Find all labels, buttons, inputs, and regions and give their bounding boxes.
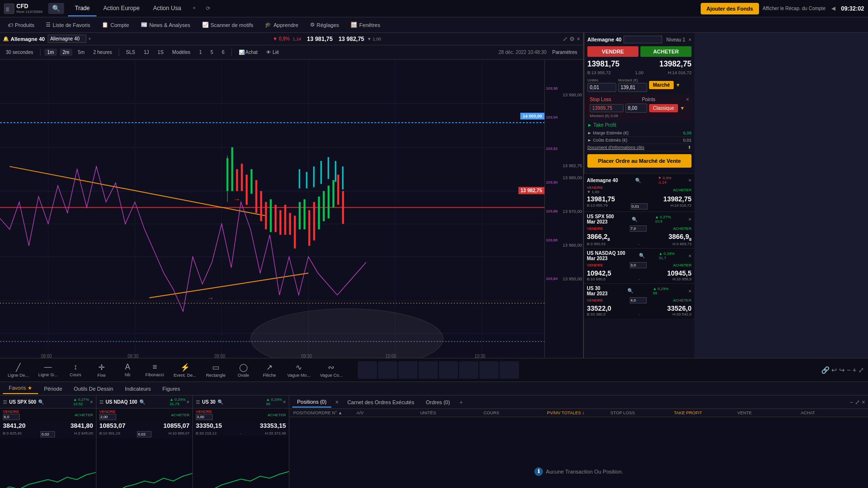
nav-tab-action-usa[interactable]: Action Usa — [147, 1, 188, 16]
unites-input[interactable] — [587, 83, 616, 92]
tool-vague-mo[interactable]: ∿ Vague Mo... — [284, 361, 314, 380]
tool-ligne-si[interactable]: — Ligne Si... — [35, 361, 62, 379]
toolbar-tf-2m[interactable]: 2m — [60, 49, 72, 56]
mini-qty-ndaq[interactable] — [99, 414, 116, 420]
mini-search-us30[interactable]: 🔍 — [217, 399, 223, 405]
pos-col-position[interactable]: POSITION/ORDRE N° ▲ — [293, 410, 357, 415]
mini-search-ndaq[interactable]: 🔍 — [139, 399, 145, 405]
montant-input[interactable] — [618, 83, 647, 92]
menu-favoris[interactable]: ☰ Liste de Favoris — [41, 20, 95, 30]
bottom-tab-periode[interactable]: Période — [38, 384, 68, 394]
wl-close-0[interactable]: × — [689, 177, 692, 183]
tool-fleche[interactable]: ↗ Flèche — [258, 361, 282, 380]
classique-dropdown[interactable]: ▼ — [680, 106, 685, 111]
undo-icon[interactable]: ↩ — [831, 366, 837, 374]
toolbar-achat[interactable]: 📊 Achat — [236, 49, 261, 56]
tool-extra-6[interactable] — [459, 361, 478, 379]
bottom-tab-indicateurs[interactable]: Indicateurs — [119, 384, 157, 394]
watchlist-item-1[interactable]: US SPX 500Mar 2023 🔍 ▲ 0,27%10,5 × VENDR… — [584, 211, 694, 248]
tool-extra-2[interactable] — [378, 361, 397, 379]
tool-extra-1[interactable] — [358, 361, 377, 379]
toolbar-n5[interactable]: 5 — [207, 49, 216, 56]
menu-compte[interactable]: 📋 Compte — [97, 20, 134, 30]
tool-event[interactable]: ⚡ Event. De... — [170, 361, 200, 380]
bottom-tab-favoris[interactable]: Favoris ★ — [3, 383, 38, 394]
toolbar-tf-1m[interactable]: 1m — [44, 49, 57, 56]
tool-extra-8[interactable] — [500, 361, 519, 379]
tool-vague-co[interactable]: ∾ Vague Co... — [316, 361, 347, 380]
chart-expand-icon[interactable]: ⤢ — [563, 36, 568, 42]
toolbar-n6[interactable]: 6 — [219, 49, 228, 56]
search-button[interactable]: 🔍 — [48, 3, 64, 14]
pos-tab-positions[interactable]: Positions (0) — [292, 397, 331, 408]
mini-close-us30[interactable]: × — [283, 399, 286, 405]
wl-search-3[interactable]: 🔍 — [627, 288, 633, 293]
tool-cours[interactable]: ↕ Cours — [64, 361, 88, 379]
chart-close-icon[interactable]: × — [577, 36, 580, 42]
zoom-minus-icon[interactable]: − — [847, 366, 851, 374]
classique-button[interactable]: Classique — [649, 104, 678, 112]
tool-extra-4[interactable] — [419, 361, 438, 379]
take-profit-toggle[interactable]: ► Take Profit — [587, 122, 692, 128]
wl-search-0[interactable]: 🔍 — [635, 178, 641, 183]
menu-fenetres[interactable]: 🪟 Fenêtres — [346, 20, 385, 30]
tool-extra-3[interactable] — [398, 361, 418, 379]
toolbar-n1[interactable]: 1 — [196, 49, 205, 56]
marche-dropdown[interactable]: ▼ — [676, 82, 680, 88]
wl-close-1[interactable]: × — [689, 216, 692, 222]
chart-canvas[interactable]: → → 08:00 08:30 09:00 09:30 10:00 10:30 … — [0, 60, 544, 358]
mini-close-spx[interactable]: × — [90, 399, 93, 405]
tool-fixe[interactable]: ✛ Fixe — [90, 361, 114, 380]
tool-ligne-de[interactable]: ╱ Ligne De... — [4, 361, 33, 380]
tool-rectangle[interactable]: ▭ Rectangle — [202, 361, 230, 380]
toolbar-sls[interactable]: SLS — [123, 49, 138, 56]
zoom-out-icon[interactable]: 🔗 — [821, 366, 829, 374]
nav-tab-action-europe[interactable]: Action Europe — [96, 1, 146, 16]
sell-button[interactable]: VENDRE — [587, 46, 638, 57]
mini-qty-us30[interactable] — [196, 414, 213, 420]
bottom-tab-figures[interactable]: Figures — [157, 384, 186, 394]
wl-qty-2[interactable] — [630, 262, 647, 268]
tool-extra-7[interactable] — [479, 361, 499, 379]
mini-spread-spx[interactable] — [41, 431, 55, 437]
toolbar-tf-5m[interactable]: 5m — [75, 49, 88, 56]
wl-search-2[interactable]: 🔍 — [639, 253, 645, 258]
place-order-button[interactable]: Placer Ordre au Marché de Vente — [587, 154, 692, 168]
pos-tab-executes[interactable]: Carnet des Ordres Exécutés — [342, 397, 419, 407]
mini-close-ndaq[interactable]: × — [187, 399, 190, 405]
pos-expand-icon[interactable]: ⤢ — [855, 399, 860, 406]
nav-more[interactable]: ⟳ — [201, 1, 215, 16]
tool-nb[interactable]: A Nb — [116, 361, 140, 379]
nav-tab-trade[interactable]: Trade — [68, 1, 96, 16]
tool-ovale[interactable]: ◯ Ovale — [231, 361, 256, 380]
wl-qty-3[interactable] — [630, 297, 647, 303]
doc-label[interactable]: Document d'Informations clés — [587, 145, 644, 150]
toolbar-params[interactable]: Paramètres — [549, 49, 580, 56]
pos-tab-ordres[interactable]: Ordres (0) — [421, 397, 455, 407]
tool-fibonacci[interactable]: ≡ Fibonacci — [142, 361, 168, 379]
marge-label[interactable]: ► Marge Estimée (€) — [587, 131, 628, 135]
wl-close-3[interactable]: × — [689, 288, 692, 294]
order-search[interactable] — [624, 36, 662, 43]
order-close-icon[interactable]: × — [689, 37, 692, 42]
redo-icon[interactable]: ↪ — [839, 366, 845, 374]
chart-add-tab[interactable]: + — [88, 36, 91, 41]
couts-label[interactable]: ► Coûts Estimés (€) — [587, 138, 627, 143]
mini-qty-spx[interactable] — [3, 414, 20, 420]
toolbar-n1s[interactable]: 1S — [155, 49, 166, 56]
pos-minimize-icon[interactable]: − — [850, 399, 853, 406]
chart-symbol-search[interactable] — [48, 35, 86, 43]
toolbar-modeles[interactable]: Modèles — [169, 49, 193, 56]
watchlist-item-0[interactable]: Allemagne 40 🔍 ▼ 0,9%-1,14 × VENDRE ▼ 1,… — [584, 173, 694, 211]
buy-button[interactable]: ACHETER — [640, 46, 692, 57]
menu-news[interactable]: 📰 News & Analyses — [136, 20, 195, 30]
bottom-tab-outils[interactable]: Outils De Dessin — [68, 384, 119, 394]
toolbar-timeframe-30s[interactable]: 30 secondes — [3, 49, 36, 56]
menu-apprendre[interactable]: 🎓 Apprendre — [260, 20, 303, 30]
nav-add-tab[interactable]: + — [188, 1, 201, 16]
toolbar-n1j[interactable]: 1J — [141, 49, 152, 56]
tool-extra-5[interactable] — [439, 361, 458, 379]
chart-settings-icon[interactable]: ⚙ — [570, 36, 575, 42]
stop-close-icon[interactable]: × — [686, 96, 689, 102]
toolbar-lie[interactable]: 👁 Lié — [263, 49, 282, 56]
